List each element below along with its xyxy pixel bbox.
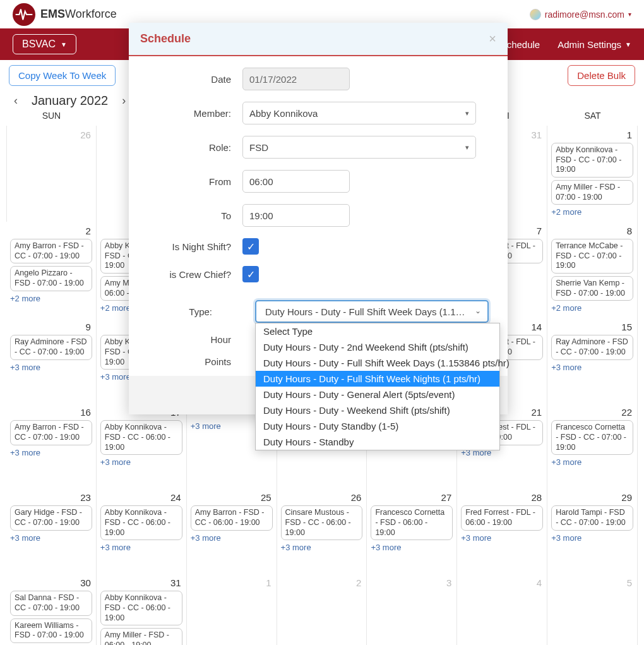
type-option[interactable]: Duty Hours - Duty - General Alert (5pts/… <box>256 387 499 402</box>
modal-title: Schedule <box>140 32 191 45</box>
modal-body: Date 01/17/2022 Member: Abby Konnikova ▾… <box>129 56 508 376</box>
close-icon[interactable]: × <box>489 32 496 46</box>
type-option[interactable]: Duty Hours - Duty - 2nd Weekend Shift (p… <box>256 339 499 355</box>
type-option[interactable]: Duty Hours - Duty - Full Shift Week Days… <box>256 355 499 371</box>
modal-overlay: Schedule × Date 01/17/2022 Member: Abby … <box>0 0 644 645</box>
label-points: Points <box>148 356 242 367</box>
label-hour: Hour <box>148 334 242 345</box>
role-select[interactable]: FSD ▾ <box>242 136 476 159</box>
type-option[interactable]: Duty Hours - Duty - Weekend Shift (pts/s… <box>256 402 499 418</box>
modal-header: Schedule × <box>129 23 508 56</box>
member-select[interactable]: Abby Konnikova ▾ <box>242 102 476 124</box>
to-input[interactable] <box>242 204 350 227</box>
label-type: Type: <box>148 306 224 317</box>
label-date: Date <box>148 74 242 85</box>
chevron-down-icon: ▾ <box>465 109 469 118</box>
label-to: To <box>148 210 242 221</box>
chevron-down-icon: ▾ <box>465 143 469 152</box>
type-option[interactable]: Duty Hours - Duty - Full Shift Week Nigh… <box>256 371 499 387</box>
label-from: From <box>148 176 242 187</box>
label-chief: is Crew Chief? <box>148 269 242 280</box>
label-night: Is Night Shift? <box>148 241 242 252</box>
type-option[interactable]: Duty Hours - Duty Standby (1-5) <box>256 418 499 434</box>
type-dropdown-list: Select TypeDuty Hours - Duty - 2nd Weeke… <box>255 323 500 450</box>
from-input[interactable] <box>242 170 350 193</box>
label-role: Role: <box>148 142 242 153</box>
label-member: Member: <box>148 108 242 119</box>
crew-chief-checkbox[interactable]: ✓ <box>242 266 259 282</box>
date-field: 01/17/2022 <box>242 68 350 90</box>
schedule-modal: Schedule × Date 01/17/2022 Member: Abby … <box>129 23 508 414</box>
chevron-down-icon: ⌄ <box>475 306 481 315</box>
type-select[interactable]: Duty Hours - Duty - Full Shift Week Days… <box>255 300 489 323</box>
type-option[interactable]: Select Type <box>256 323 499 339</box>
night-shift-checkbox[interactable]: ✓ <box>242 238 259 255</box>
type-option[interactable]: Duty Hours - Standby <box>256 434 499 450</box>
